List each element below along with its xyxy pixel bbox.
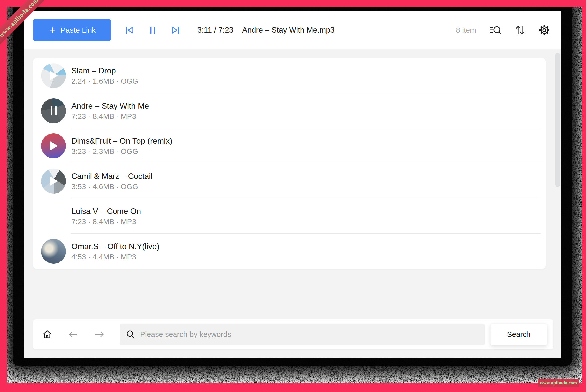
track-meta: 2:24 · 1.6MB · OGG <box>71 77 138 86</box>
track-title: Camil & Marz – Coctail <box>71 171 152 181</box>
pause-button[interactable] <box>148 24 158 36</box>
playlist-item[interactable]: Slam – Drop 2:24 · 1.6MB · OGG <box>33 58 546 93</box>
playlist-item[interactable]: Dims&Fruit – On Top (remix) 3:23 · 2.3MB… <box>33 128 546 163</box>
play-overlay-icon <box>49 141 58 151</box>
back-button[interactable] <box>67 329 80 340</box>
arrow-right-icon <box>94 330 104 338</box>
track-title: Dims&Fruit – On Top (remix) <box>71 136 172 146</box>
search-button[interactable]: Search <box>490 324 547 346</box>
previous-track-button[interactable] <box>124 24 136 36</box>
track-info: Omar.S – Off to N.Y(live) 4:53 · 4.4MB ·… <box>71 241 159 261</box>
bottom-bar: Search <box>33 319 553 350</box>
playlist-item[interactable]: Luisa V – Come On 7:23 · 8.4MB · MP3 <box>33 198 546 234</box>
track-title: Omar.S – Off to N.Y(live) <box>71 241 159 251</box>
playlist: Slam – Drop 2:24 · 1.6MB · OGG Andre – S… <box>33 58 546 269</box>
track-thumbnail[interactable] <box>41 168 66 194</box>
previous-icon <box>125 26 135 34</box>
track-thumbnail[interactable] <box>41 134 66 158</box>
now-playing-filename: Andre – Stay With Me.mp3 <box>242 26 334 34</box>
track-info: Luisa V – Come On 7:23 · 8.4MB · MP3 <box>71 206 141 226</box>
track-title: Andre – Stay With Me <box>71 101 149 111</box>
track-thumbnail[interactable] <box>41 63 66 88</box>
paste-link-label: Paste Link <box>61 26 96 34</box>
search-box <box>120 324 485 346</box>
track-meta: 3:23 · 2.3MB · OGG <box>71 147 172 156</box>
track-thumbnail[interactable] <box>41 98 66 123</box>
paste-link-button[interactable]: Paste Link <box>33 19 111 41</box>
track-meta: 7:23 · 8.4MB · MP3 <box>71 112 149 120</box>
watermark-badge: www.aplboda.com <box>538 379 579 386</box>
playlist-item[interactable]: Andre – Stay With Me 7:23 · 8.4MB · MP3 <box>33 93 546 128</box>
pause-icon <box>149 26 156 34</box>
track-meta: 7:23 · 8.4MB · MP3 <box>71 218 141 226</box>
filter-search-icon <box>489 24 502 36</box>
playlist-item[interactable]: Omar.S – Off to N.Y(live) 4:53 · 4.4MB ·… <box>33 234 546 269</box>
forward-button[interactable] <box>93 329 106 340</box>
arrow-left-icon <box>68 330 78 338</box>
track-meta: 3:53 · 4.6MB · OGG <box>71 182 152 191</box>
next-track-button[interactable] <box>169 24 181 36</box>
play-overlay-icon <box>49 176 58 186</box>
sort-icon <box>515 24 526 36</box>
watermark-text: www.aplboda.com <box>540 380 577 386</box>
playback-time: 3:11 / 7:23 <box>197 26 233 34</box>
playback-controls <box>124 24 181 36</box>
search-input[interactable] <box>140 330 479 339</box>
filter-search-button[interactable] <box>488 24 503 37</box>
header-toolbar: Paste Link 3:11 / 7:23 A <box>24 11 561 49</box>
pause-overlay-icon <box>50 106 57 116</box>
playlist-item[interactable]: Camil & Marz – Coctail 3:53 · 4.6MB · OG… <box>33 163 546 198</box>
track-title: Luisa V – Come On <box>71 206 141 216</box>
content-area: Slam – Drop 2:24 · 1.6MB · OGG Andre – S… <box>24 49 561 358</box>
play-overlay-icon <box>49 70 58 81</box>
next-icon <box>170 26 180 34</box>
plus-icon <box>48 26 56 34</box>
track-thumbnail[interactable] <box>41 204 66 229</box>
track-info: Slam – Drop 2:24 · 1.6MB · OGG <box>71 66 138 86</box>
search-icon <box>126 330 135 339</box>
track-title: Slam – Drop <box>71 66 138 76</box>
home-button[interactable] <box>40 328 53 341</box>
scrollbar-thumb[interactable] <box>555 52 560 187</box>
item-count: 8 item <box>456 26 476 34</box>
gear-icon <box>539 24 551 36</box>
track-info: Dims&Fruit – On Top (remix) 3:23 · 2.3MB… <box>71 136 172 156</box>
settings-button[interactable] <box>538 23 552 37</box>
sort-button[interactable] <box>514 24 527 37</box>
track-info: Camil & Marz – Coctail 3:53 · 4.6MB · OG… <box>71 171 152 191</box>
track-meta: 4:53 · 4.4MB · MP3 <box>71 252 159 261</box>
track-info: Andre – Stay With Me 7:23 · 8.4MB · MP3 <box>71 101 149 120</box>
home-icon <box>42 330 52 340</box>
track-thumbnail[interactable] <box>41 239 66 264</box>
app-window: Paste Link 3:11 / 7:23 A <box>24 11 561 358</box>
